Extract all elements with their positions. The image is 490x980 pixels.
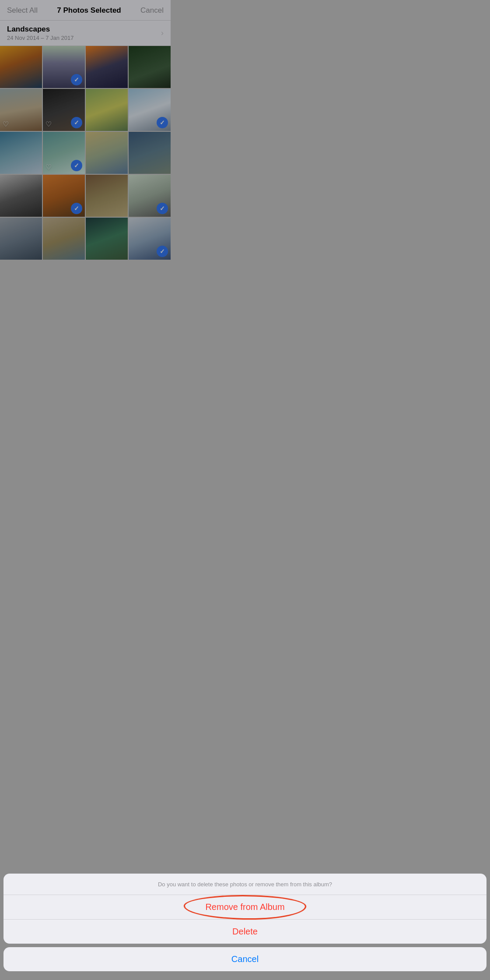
action-sheet-overlay [0, 0, 171, 370]
